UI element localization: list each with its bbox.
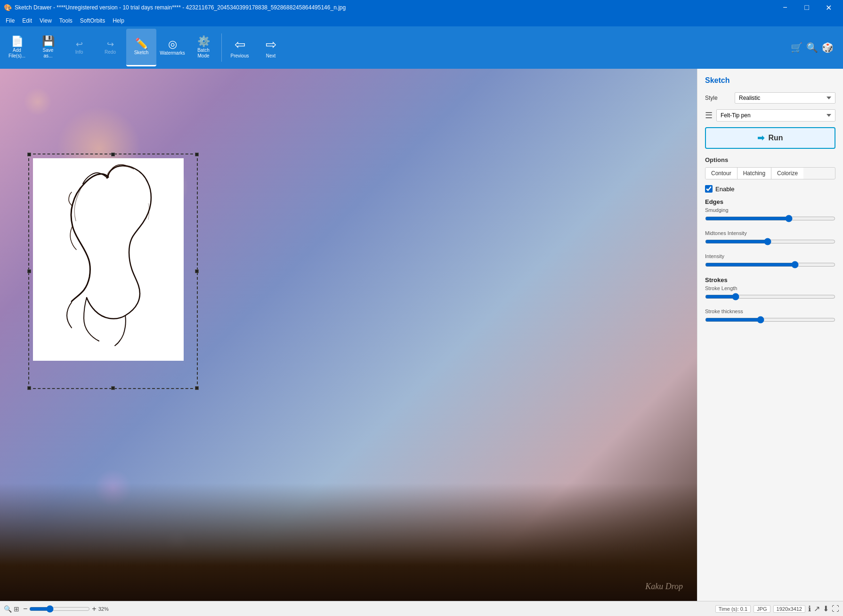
zoom-out-button[interactable]: − xyxy=(23,605,27,613)
midtones-row: Midtones Intensity xyxy=(705,230,835,247)
watermarks-label: Watermarks xyxy=(160,50,185,56)
grid-icon[interactable]: ⊞ xyxy=(14,605,19,613)
smudging-slider[interactable] xyxy=(705,215,835,222)
sketch-button[interactable]: ✏️ Sketch xyxy=(126,29,156,66)
previous-button[interactable]: ⇦ Previous xyxy=(225,29,255,66)
add-file-icon: 📄 xyxy=(11,36,24,47)
handle-bl[interactable] xyxy=(27,386,31,390)
menu-file[interactable]: File xyxy=(2,16,18,25)
midtones-slider[interactable] xyxy=(705,238,835,245)
menu-view[interactable]: View xyxy=(36,16,56,25)
stroke-thickness-label: Stroke thickness xyxy=(705,308,835,314)
handle-tc[interactable] xyxy=(111,153,115,156)
menu-softorbits[interactable]: SoftOrbits xyxy=(76,16,109,25)
time-badge: Time (s): 0.1 xyxy=(715,605,751,613)
save-as-label: Saveas... xyxy=(43,48,54,59)
menu-bar: File Edit View Tools SoftOrbits Help xyxy=(0,15,843,26)
enable-checkbox[interactable] xyxy=(705,185,713,193)
toolbar-right-icons: 🛒 🔍 🎲 xyxy=(791,42,841,53)
status-right: Time (s): 0.1 JPG 1920x3412 ℹ ↗ ⬇ ⛶ xyxy=(715,604,839,613)
zoom-slider[interactable] xyxy=(29,605,90,613)
redo-button[interactable]: ↪ Redo xyxy=(95,29,125,66)
undo-label: Info xyxy=(75,49,83,55)
presets-select[interactable]: Felt-Tip pen Ballpoint pen Charcoal Colo… xyxy=(716,109,835,122)
app-icon: 🎨 xyxy=(4,4,12,11)
menu-tools[interactable]: Tools xyxy=(56,16,76,25)
presets-icon: ☰ xyxy=(705,110,713,121)
toolbar: 📄 AddFile(s)... 💾 Saveas... ↩ Info ↪ Red… xyxy=(0,26,843,69)
info-icon-button[interactable]: ℹ xyxy=(808,604,811,613)
sketch-drawing xyxy=(33,158,184,361)
style-row: Style Realistic Cartoon Pencil Pastel xyxy=(705,92,835,104)
handle-bc[interactable] xyxy=(111,386,115,390)
undo-icon: ↩ xyxy=(76,40,83,49)
canvas-area[interactable]: Kaku Drop xyxy=(0,69,697,601)
maximize-button[interactable]: □ xyxy=(796,0,818,15)
panel-title: Sketch xyxy=(705,76,835,85)
add-file-label: AddFile(s)... xyxy=(8,48,25,59)
handle-ml[interactable] xyxy=(27,269,31,273)
smudging-label: Smudging xyxy=(705,207,835,213)
stroke-length-label: Stroke Length xyxy=(705,285,835,291)
watermarks-icon: ◎ xyxy=(168,39,177,49)
status-bar: 🔍 ⊞ − + 32% Time (s): 0.1 JPG 1920x3412 … xyxy=(0,601,843,616)
next-icon: ⇨ xyxy=(266,37,276,52)
fullscreen-icon-button[interactable]: ⛶ xyxy=(832,605,839,613)
handle-tl[interactable] xyxy=(27,153,31,156)
watermark-text: Kaku Drop xyxy=(645,582,683,592)
status-icons: 🔍 ⊞ xyxy=(4,605,19,613)
save-as-button[interactable]: 💾 Saveas... xyxy=(33,29,63,66)
tab-colorize[interactable]: Colorize xyxy=(771,168,803,179)
batch-mode-button[interactable]: ⚙️ BatchMode xyxy=(188,29,219,66)
share-icon-button[interactable]: ↗ xyxy=(814,604,820,613)
dice-icon[interactable]: 🎲 xyxy=(822,42,834,53)
window-title: Sketch Drawer - ****Unregistered version… xyxy=(15,4,346,11)
add-file-button[interactable]: 📄 AddFile(s)... xyxy=(2,29,32,66)
midtones-label: Midtones Intensity xyxy=(705,230,835,236)
handle-br[interactable] xyxy=(195,386,199,390)
zoom-control: − + 32% xyxy=(23,605,109,613)
run-arrow-icon: ➡ xyxy=(757,133,764,143)
stroke-thickness-slider[interactable] xyxy=(705,316,835,324)
enable-row: Enable xyxy=(705,185,835,193)
run-button[interactable]: ➡ Run xyxy=(705,127,835,149)
minimize-button[interactable]: − xyxy=(774,0,796,15)
intensity-slider[interactable] xyxy=(705,261,835,268)
next-button[interactable]: ⇨ Next xyxy=(256,29,286,66)
sketch-label: Sketch xyxy=(134,50,149,56)
search-icon[interactable]: 🔍 xyxy=(806,42,818,53)
style-label: Style xyxy=(705,95,731,101)
format-badge: JPG xyxy=(754,605,770,613)
next-label: Next xyxy=(266,53,276,58)
main-area: Kaku Drop Sketch Style Realistic Cartoon… xyxy=(0,69,843,601)
resolution-badge: 1920x3412 xyxy=(773,605,805,613)
options-title: Options xyxy=(705,156,835,163)
cart-icon[interactable]: 🛒 xyxy=(791,42,802,53)
close-button[interactable]: ✕ xyxy=(818,0,839,15)
batch-mode-label: BatchMode xyxy=(197,48,210,59)
undo-button[interactable]: ↩ Info xyxy=(64,29,94,66)
watermarks-button[interactable]: ◎ Watermarks xyxy=(157,29,187,66)
run-label: Run xyxy=(768,134,783,142)
intensity-row: Intensity xyxy=(705,253,835,270)
tab-contour[interactable]: Contour xyxy=(705,168,738,179)
zoom-in-button[interactable]: + xyxy=(92,605,96,613)
stroke-length-slider[interactable] xyxy=(705,293,835,300)
handle-tr[interactable] xyxy=(195,153,199,156)
sketch-canvas xyxy=(33,158,184,361)
sketch-container[interactable] xyxy=(28,154,198,389)
ground-shadow xyxy=(0,483,697,601)
tab-hatching[interactable]: Hatching xyxy=(738,168,771,179)
download-icon-button[interactable]: ⬇ xyxy=(823,604,829,613)
right-panel: Sketch Style Realistic Cartoon Pencil Pa… xyxy=(697,69,843,601)
menu-edit[interactable]: Edit xyxy=(18,16,36,25)
menu-help[interactable]: Help xyxy=(109,16,128,25)
sketch-icon: ✏️ xyxy=(135,39,148,49)
style-select[interactable]: Realistic Cartoon Pencil Pastel xyxy=(735,92,835,104)
zoom-icon[interactable]: 🔍 xyxy=(4,605,12,613)
previous-label: Previous xyxy=(231,53,249,58)
handle-mr[interactable] xyxy=(195,269,199,273)
smudging-row: Smudging xyxy=(705,207,835,224)
presets-row: ☰ Felt-Tip pen Ballpoint pen Charcoal Co… xyxy=(705,109,835,122)
bokeh-3 xyxy=(24,88,52,116)
